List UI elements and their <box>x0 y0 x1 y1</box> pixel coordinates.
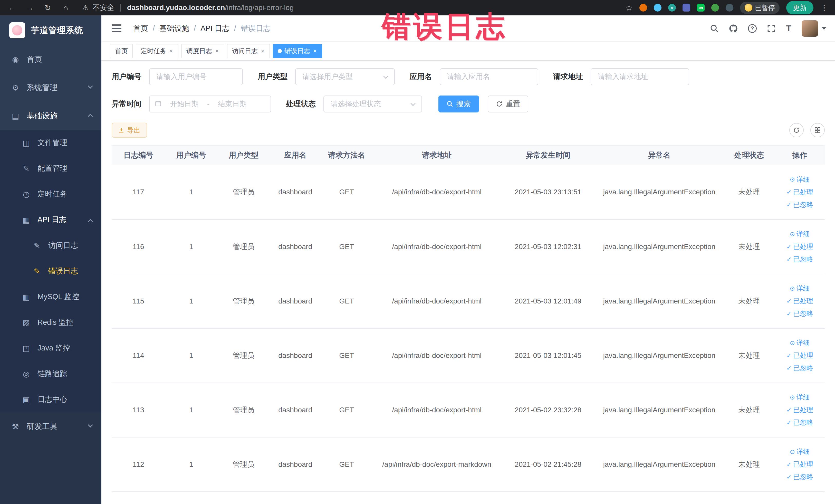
search-icon[interactable] <box>710 24 719 33</box>
close-icon[interactable]: × <box>215 47 219 55</box>
fullscreen-icon[interactable] <box>767 24 776 33</box>
sidebar-item-trace[interactable]: ◎ 链路追踪 <box>0 361 101 387</box>
bookmark-star-icon[interactable]: ☆ <box>625 3 633 13</box>
processed-link[interactable]: ✓已处理 <box>787 188 813 197</box>
breadcrumb-home[interactable]: 首页 <box>133 23 148 34</box>
tab-access-log[interactable]: 访问日志× <box>227 44 270 58</box>
address-bar[interactable]: ⚠ 不安全 dashboard.yudao.iocoder.cn/infra/l… <box>82 3 294 13</box>
ignored-link[interactable]: ✓已忽略 <box>787 472 813 481</box>
processed-link[interactable]: ✓已处理 <box>787 351 813 360</box>
extension-orange-icon[interactable] <box>639 4 647 12</box>
update-button[interactable]: 更新 <box>786 1 813 14</box>
chevron-down-icon <box>88 83 93 88</box>
url-domain: dashboard.yudao.iocoder.cn <box>127 4 225 12</box>
sidebar-item-error-log[interactable]: ✎ 错误日志 <box>0 258 101 284</box>
back-icon[interactable]: ← <box>7 3 17 12</box>
sidebar-item-home[interactable]: ◉ 首页 <box>0 45 101 74</box>
app-logo[interactable]: 芋道管理系统 <box>0 15 101 45</box>
font-size-icon[interactable]: T <box>786 23 791 33</box>
sidebar-item-mysql[interactable]: ▥ MySQL 监控 <box>0 284 101 310</box>
extension-on-badge-icon[interactable]: on <box>697 4 705 12</box>
check-icon: ✓ <box>787 365 792 372</box>
paused-badge[interactable]: 已暂停 <box>740 2 779 14</box>
user-menu[interactable] <box>802 20 826 37</box>
sidebar-item-label: Java 监控 <box>38 343 70 353</box>
tab-job-log[interactable]: 调度日志× <box>182 44 224 58</box>
date-range-picker[interactable]: - <box>149 96 271 113</box>
cell-app: dashboard <box>270 165 321 220</box>
extension-leaf-icon[interactable] <box>711 4 719 12</box>
col-request-url: 请求地址 <box>373 146 501 165</box>
column-settings-button[interactable] <box>810 123 825 137</box>
close-icon[interactable]: × <box>313 47 317 55</box>
close-icon[interactable]: × <box>169 47 174 55</box>
cell-user-type: 管理员 <box>217 328 270 383</box>
calendar-icon <box>155 100 161 108</box>
app-name-label: 应用名 <box>410 72 432 82</box>
sidebar-item-dev-tools[interactable]: ⚒ 研发工具 <box>0 412 101 441</box>
forward-icon[interactable]: → <box>25 3 35 12</box>
tab-error-log[interactable]: 错误日志× <box>273 44 322 58</box>
help-icon[interactable]: ? <box>748 24 757 33</box>
app-name-input[interactable] <box>440 69 538 85</box>
cell-app: dashboard <box>270 383 321 437</box>
extension-blue-icon[interactable] <box>654 4 661 12</box>
user-type-select[interactable]: 请选择用户类型 <box>295 68 395 85</box>
breadcrumb-api-log[interactable]: API 日志 <box>201 23 229 34</box>
sidebar-item-config[interactable]: ✎ 配置管理 <box>0 156 101 181</box>
ignored-link[interactable]: ✓已忽略 <box>787 255 813 264</box>
refresh-button[interactable] <box>789 123 804 137</box>
ignored-link[interactable]: ✓已忽略 <box>787 200 813 209</box>
sidebar-item-system[interactable]: ⚙ 系统管理 <box>0 74 101 102</box>
sidebar-item-java[interactable]: ◳ Java 监控 <box>0 335 101 361</box>
top-navbar: 首页 / 基础设施 / API 日志 / 错误日志 ? T <box>101 15 835 42</box>
export-button[interactable]: 导出 <box>111 123 147 138</box>
table-row: 116 1 管理员 dashboard GET /api/infra/db-do… <box>111 220 825 274</box>
sidebar-item-api-log[interactable]: ▦ API 日志 <box>0 207 101 233</box>
process-status-select[interactable]: 请选择处理状态 <box>323 96 422 113</box>
sidebar-item-file[interactable]: ◫ 文件管理 <box>0 130 101 156</box>
processed-link[interactable]: ✓已处理 <box>787 405 813 415</box>
browser-home-icon[interactable]: ⌂ <box>61 3 71 12</box>
processed-link[interactable]: ✓已处理 <box>787 460 813 469</box>
search-button[interactable]: 搜索 <box>439 96 479 113</box>
ignored-link[interactable]: ✓已忽略 <box>787 309 813 318</box>
reload-icon[interactable]: ↻ <box>43 3 53 12</box>
sidebar-item-log-center[interactable]: ▣ 日志中心 <box>0 387 101 412</box>
detail-link[interactable]: ⊙详细 <box>790 338 810 347</box>
ignored-link[interactable]: ✓已忽略 <box>787 364 813 372</box>
eye-icon: ⊙ <box>790 176 795 183</box>
tab-home[interactable]: 首页 <box>110 44 133 58</box>
sidebar-item-redis[interactable]: ▨ Redis 监控 <box>0 310 101 335</box>
processed-link[interactable]: ✓已处理 <box>787 297 813 305</box>
extension-grid-icon[interactable] <box>683 4 690 12</box>
reset-button[interactable]: 重置 <box>488 96 528 113</box>
browser-menu-icon[interactable]: ⋮ <box>820 3 828 13</box>
detail-link[interactable]: ⊙详细 <box>790 175 810 184</box>
sidebar-item-access-log[interactable]: ✎ 访问日志 <box>0 233 101 258</box>
detail-link[interactable]: ⊙详细 <box>790 447 810 456</box>
close-icon[interactable]: × <box>260 47 265 55</box>
sidebar-item-infra[interactable]: ▤ 基础设施 <box>0 102 101 130</box>
end-date-input[interactable] <box>213 100 251 108</box>
extension-pin-icon[interactable] <box>726 4 733 12</box>
processed-link[interactable]: ✓已处理 <box>787 242 813 251</box>
github-icon[interactable] <box>729 24 738 33</box>
sidebar-item-job[interactable]: ◷ 定时任务 <box>0 181 101 207</box>
ignored-link[interactable]: ✓已忽略 <box>787 418 813 427</box>
detail-link[interactable]: ⊙详细 <box>790 393 810 402</box>
sidebar-toggle-icon[interactable] <box>110 23 123 34</box>
breadcrumb-infra[interactable]: 基础设施 <box>159 23 189 34</box>
eye-icon: ⊙ <box>790 339 795 347</box>
cell-app: dashboard <box>270 437 321 492</box>
cell-time: 2021-05-02 21:45:28 <box>501 437 595 492</box>
start-date-input[interactable] <box>165 100 204 108</box>
request-url-input[interactable] <box>591 69 689 85</box>
detail-link[interactable]: ⊙详细 <box>790 284 810 293</box>
extension-vue-icon[interactable]: V <box>668 4 676 12</box>
tab-job[interactable]: 定时任务× <box>136 44 178 58</box>
detail-link[interactable]: ⊙详细 <box>790 229 810 239</box>
check-icon: ✓ <box>787 406 792 414</box>
user-id-input[interactable] <box>150 69 242 85</box>
request-url-field <box>591 68 689 85</box>
